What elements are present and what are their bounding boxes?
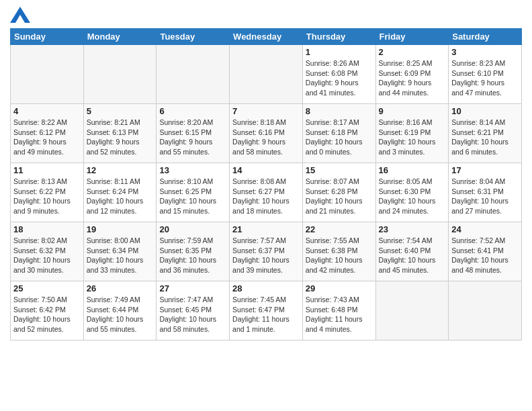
- calendar-cell: 18Sunrise: 8:02 AM Sunset: 6:32 PM Dayli…: [11, 222, 84, 281]
- day-info: Sunrise: 7:57 AM Sunset: 6:37 PM Dayligh…: [232, 236, 300, 275]
- calendar-cell: 22Sunrise: 7:55 AM Sunset: 6:38 PM Dayli…: [302, 222, 375, 281]
- calendar-cell: 11Sunrise: 8:13 AM Sunset: 6:22 PM Dayli…: [11, 163, 84, 222]
- day-number: 18: [13, 224, 81, 234]
- calendar-week-row: 1Sunrise: 8:26 AM Sunset: 6:08 PM Daylig…: [11, 45, 522, 104]
- day-info: Sunrise: 8:20 AM Sunset: 6:15 PM Dayligh…: [159, 118, 226, 157]
- logo: [10, 7, 33, 23]
- calendar-week-row: 25Sunrise: 7:50 AM Sunset: 6:42 PM Dayli…: [11, 281, 522, 340]
- calendar-cell: [83, 45, 157, 104]
- day-info: Sunrise: 8:21 AM Sunset: 6:13 PM Dayligh…: [87, 118, 154, 157]
- weekday-header-saturday: Saturday: [449, 29, 522, 45]
- calendar-cell: 19Sunrise: 8:00 AM Sunset: 6:34 PM Dayli…: [83, 222, 157, 281]
- calendar-cell: 8Sunrise: 8:17 AM Sunset: 6:18 PM Daylig…: [302, 104, 375, 163]
- weekday-header-row: SundayMondayTuesdayWednesdayThursdayFrid…: [11, 29, 522, 45]
- calendar-cell: 21Sunrise: 7:57 AM Sunset: 6:37 PM Dayli…: [230, 222, 303, 281]
- day-number: 1: [306, 47, 373, 57]
- day-number: 5: [87, 106, 154, 116]
- day-info: Sunrise: 8:00 AM Sunset: 6:34 PM Dayligh…: [87, 236, 154, 275]
- day-number: 15: [306, 165, 373, 175]
- calendar-page: SundayMondayTuesdayWednesdayThursdayFrid…: [0, 0, 532, 411]
- day-number: 11: [13, 165, 81, 175]
- calendar-cell: 14Sunrise: 8:08 AM Sunset: 6:27 PM Dayli…: [230, 163, 303, 222]
- day-number: 8: [306, 106, 373, 116]
- calendar-cell: 15Sunrise: 8:07 AM Sunset: 6:28 PM Dayli…: [302, 163, 375, 222]
- calendar-week-row: 18Sunrise: 8:02 AM Sunset: 6:32 PM Dayli…: [11, 222, 522, 281]
- calendar-cell: 7Sunrise: 8:18 AM Sunset: 6:16 PM Daylig…: [230, 104, 303, 163]
- day-info: Sunrise: 8:13 AM Sunset: 6:22 PM Dayligh…: [13, 177, 81, 216]
- day-info: Sunrise: 8:08 AM Sunset: 6:27 PM Dayligh…: [232, 177, 300, 216]
- calendar-table: SundayMondayTuesdayWednesdayThursdayFrid…: [10, 28, 522, 340]
- day-number: 22: [306, 224, 373, 234]
- day-number: 14: [232, 165, 300, 175]
- day-number: 10: [451, 106, 519, 116]
- calendar-cell: 3Sunrise: 8:23 AM Sunset: 6:10 PM Daylig…: [449, 45, 522, 104]
- calendar-cell: [375, 281, 449, 340]
- calendar-cell: 10Sunrise: 8:14 AM Sunset: 6:21 PM Dayli…: [449, 104, 522, 163]
- day-info: Sunrise: 8:23 AM Sunset: 6:10 PM Dayligh…: [451, 58, 519, 98]
- weekday-header-wednesday: Wednesday: [230, 29, 303, 45]
- day-info: Sunrise: 8:14 AM Sunset: 6:21 PM Dayligh…: [451, 118, 519, 157]
- day-info: Sunrise: 7:47 AM Sunset: 6:45 PM Dayligh…: [159, 295, 226, 334]
- day-info: Sunrise: 7:45 AM Sunset: 6:47 PM Dayligh…: [232, 295, 300, 334]
- day-number: 23: [379, 224, 446, 234]
- day-info: Sunrise: 8:16 AM Sunset: 6:19 PM Dayligh…: [379, 118, 446, 157]
- calendar-cell: 29Sunrise: 7:43 AM Sunset: 6:48 PM Dayli…: [302, 281, 375, 340]
- calendar-cell: [230, 45, 303, 104]
- calendar-cell: 2Sunrise: 8:25 AM Sunset: 6:09 PM Daylig…: [375, 45, 449, 104]
- day-info: Sunrise: 7:59 AM Sunset: 6:35 PM Dayligh…: [159, 236, 226, 275]
- weekday-header-monday: Monday: [83, 29, 157, 45]
- weekday-header-thursday: Thursday: [302, 29, 375, 45]
- day-number: 4: [13, 106, 81, 116]
- calendar-cell: 4Sunrise: 8:22 AM Sunset: 6:12 PM Daylig…: [11, 104, 84, 163]
- day-info: Sunrise: 7:50 AM Sunset: 6:42 PM Dayligh…: [13, 295, 81, 334]
- day-info: Sunrise: 8:25 AM Sunset: 6:09 PM Dayligh…: [379, 58, 446, 98]
- calendar-week-row: 11Sunrise: 8:13 AM Sunset: 6:22 PM Dayli…: [11, 163, 522, 222]
- day-info: Sunrise: 7:43 AM Sunset: 6:48 PM Dayligh…: [306, 295, 373, 334]
- day-number: 19: [87, 224, 154, 234]
- calendar-cell: 27Sunrise: 7:47 AM Sunset: 6:45 PM Dayli…: [157, 281, 230, 340]
- calendar-cell: 20Sunrise: 7:59 AM Sunset: 6:35 PM Dayli…: [157, 222, 230, 281]
- day-number: 6: [159, 106, 226, 116]
- day-number: 21: [232, 224, 300, 234]
- calendar-cell: [449, 281, 522, 340]
- day-info: Sunrise: 7:54 AM Sunset: 6:40 PM Dayligh…: [379, 236, 446, 275]
- day-number: 25: [13, 283, 81, 293]
- weekday-header-sunday: Sunday: [11, 29, 84, 45]
- logo-icon: [10, 7, 30, 23]
- day-info: Sunrise: 7:49 AM Sunset: 6:44 PM Dayligh…: [87, 295, 154, 334]
- calendar-cell: 17Sunrise: 8:04 AM Sunset: 6:31 PM Dayli…: [449, 163, 522, 222]
- weekday-header-tuesday: Tuesday: [157, 29, 230, 45]
- day-number: 7: [232, 106, 300, 116]
- calendar-cell: 25Sunrise: 7:50 AM Sunset: 6:42 PM Dayli…: [11, 281, 84, 340]
- day-number: 3: [451, 47, 519, 57]
- weekday-header-friday: Friday: [375, 29, 449, 45]
- day-info: Sunrise: 7:55 AM Sunset: 6:38 PM Dayligh…: [306, 236, 373, 275]
- day-number: 13: [159, 165, 226, 175]
- calendar-cell: 1Sunrise: 8:26 AM Sunset: 6:08 PM Daylig…: [302, 45, 375, 104]
- calendar-cell: [11, 45, 84, 104]
- day-info: Sunrise: 8:02 AM Sunset: 6:32 PM Dayligh…: [13, 236, 81, 275]
- day-info: Sunrise: 7:52 AM Sunset: 6:41 PM Dayligh…: [451, 236, 519, 275]
- day-info: Sunrise: 8:04 AM Sunset: 6:31 PM Dayligh…: [451, 177, 519, 216]
- day-number: 26: [87, 283, 154, 293]
- calendar-week-row: 4Sunrise: 8:22 AM Sunset: 6:12 PM Daylig…: [11, 104, 522, 163]
- day-info: Sunrise: 8:26 AM Sunset: 6:08 PM Dayligh…: [306, 58, 373, 98]
- calendar-cell: 24Sunrise: 7:52 AM Sunset: 6:41 PM Dayli…: [449, 222, 522, 281]
- page-header: [10, 7, 522, 23]
- calendar-cell: [157, 45, 230, 104]
- day-number: 16: [379, 165, 446, 175]
- calendar-cell: 28Sunrise: 7:45 AM Sunset: 6:47 PM Dayli…: [230, 281, 303, 340]
- day-info: Sunrise: 8:18 AM Sunset: 6:16 PM Dayligh…: [232, 118, 300, 157]
- day-info: Sunrise: 8:05 AM Sunset: 6:30 PM Dayligh…: [379, 177, 446, 216]
- day-number: 17: [451, 165, 519, 175]
- calendar-cell: 6Sunrise: 8:20 AM Sunset: 6:15 PM Daylig…: [157, 104, 230, 163]
- day-number: 2: [379, 47, 446, 57]
- calendar-cell: 23Sunrise: 7:54 AM Sunset: 6:40 PM Dayli…: [375, 222, 449, 281]
- calendar-cell: 26Sunrise: 7:49 AM Sunset: 6:44 PM Dayli…: [83, 281, 157, 340]
- day-number: 28: [232, 283, 300, 293]
- day-info: Sunrise: 8:17 AM Sunset: 6:18 PM Dayligh…: [306, 118, 373, 157]
- day-number: 29: [306, 283, 373, 293]
- day-info: Sunrise: 8:22 AM Sunset: 6:12 PM Dayligh…: [13, 118, 81, 157]
- calendar-cell: 16Sunrise: 8:05 AM Sunset: 6:30 PM Dayli…: [375, 163, 449, 222]
- day-info: Sunrise: 8:07 AM Sunset: 6:28 PM Dayligh…: [306, 177, 373, 216]
